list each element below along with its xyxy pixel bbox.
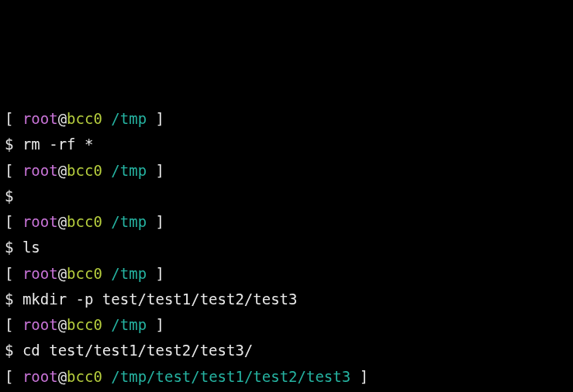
prompt-close-bracket: ]	[350, 368, 368, 385]
prompt-open-bracket: [	[5, 162, 22, 179]
terminal[interactable]: [ root@bcc0 /tmp ]$ rm -rf *[ root@bcc0 …	[5, 106, 568, 392]
prompt-at: @	[58, 213, 67, 230]
prompt-path: /tmp	[111, 316, 147, 333]
command-line: $ ls	[5, 235, 568, 260]
prompt-line: [ root@bcc0 /tmp ]	[5, 312, 568, 338]
prompt-close-bracket: ]	[147, 110, 164, 127]
prompt-user: root	[22, 368, 58, 385]
prompt-at: @	[58, 316, 67, 333]
prompt-open-bracket: [	[5, 110, 22, 127]
prompt-dollar: $	[5, 136, 22, 153]
prompt-path: /tmp/test/test1/test2/test3	[111, 368, 350, 385]
prompt-path: /tmp	[111, 213, 147, 230]
prompt-path: /tmp	[111, 110, 147, 127]
prompt-at: @	[58, 368, 67, 385]
prompt-line: [ root@bcc0 /tmp ]	[5, 158, 568, 184]
prompt-user: root	[22, 110, 58, 127]
prompt-open-bracket: [	[5, 316, 22, 333]
prompt-dollar: $	[5, 239, 22, 256]
command-text: mkdir -p test/test1/test2/test3	[22, 291, 298, 308]
command-text: rm -rf *	[22, 136, 94, 153]
prompt-host: bcc0	[67, 162, 102, 179]
command-line: $ mkdir -p test/test1/test2/test3	[5, 287, 568, 312]
prompt-sep	[102, 110, 111, 127]
prompt-line: [ root@bcc0 /tmp/test/test1/test2/test3 …	[5, 364, 568, 390]
command-line: $ cd test/test1/test2/test3/	[5, 338, 568, 363]
prompt-line: [ root@bcc0 /tmp ]	[5, 209, 568, 235]
prompt-sep	[102, 162, 111, 179]
prompt-at: @	[58, 162, 67, 179]
prompt-open-bracket: [	[5, 265, 22, 282]
prompt-user: root	[22, 265, 58, 282]
prompt-host: bcc0	[67, 110, 102, 127]
prompt-user: root	[22, 213, 58, 230]
prompt-dollar: $	[5, 291, 22, 308]
prompt-close-bracket: ]	[147, 265, 164, 282]
prompt-sep	[102, 368, 111, 385]
prompt-close-bracket: ]	[147, 162, 164, 179]
prompt-close-bracket: ]	[147, 213, 164, 230]
command-text: ls	[22, 239, 40, 256]
prompt-sep	[102, 316, 111, 333]
prompt-sep	[102, 213, 111, 230]
prompt-open-bracket: [	[5, 213, 22, 230]
prompt-host: bcc0	[67, 316, 102, 333]
prompt-at: @	[58, 110, 67, 127]
prompt-user: root	[22, 316, 58, 333]
prompt-close-bracket: ]	[147, 316, 164, 333]
prompt-at: @	[58, 265, 67, 282]
prompt-path: /tmp	[111, 265, 147, 282]
prompt-sep	[102, 265, 111, 282]
prompt-line: [ root@bcc0 /tmp ]	[5, 261, 568, 287]
command-line: $	[5, 184, 568, 209]
prompt-host: bcc0	[67, 368, 102, 385]
prompt-path: /tmp	[111, 162, 147, 179]
command-text: cd test/test1/test2/test3/	[22, 342, 253, 359]
command-line: $ rm -rf *	[5, 132, 568, 157]
prompt-open-bracket: [	[5, 368, 22, 385]
prompt-line: [ root@bcc0 /tmp ]	[5, 106, 568, 132]
prompt-host: bcc0	[67, 213, 102, 230]
prompt-host: bcc0	[67, 265, 102, 282]
prompt-user: root	[22, 162, 58, 179]
prompt-dollar: $	[5, 187, 22, 205]
prompt-dollar: $	[5, 342, 22, 359]
